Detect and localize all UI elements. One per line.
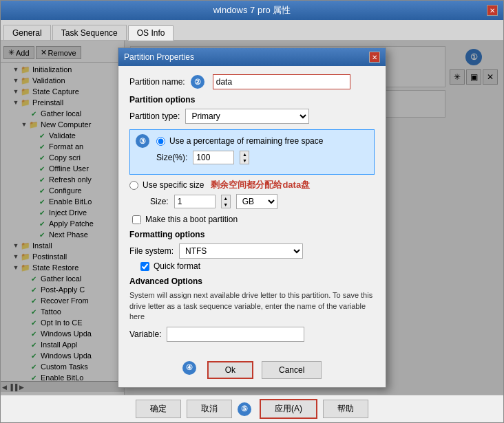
dialog-body: Partition name: ② Partition options Part…: [118, 66, 386, 355]
partition-type-row: Partition type: Primary Extended Logical: [129, 109, 375, 124]
radio-percentage-row: ③ Use a percentage of remaining free spa…: [136, 134, 368, 148]
quick-format-row: Quick format: [140, 261, 375, 271]
spinner-down2[interactable]: ▼: [222, 202, 230, 208]
file-system-row: File system: NTFS FAT32 FAT: [129, 243, 375, 259]
tab-task-sequence[interactable]: Task Sequence: [52, 25, 127, 40]
dialog-overlay: Partition Properties ✕ Partition name: ②…: [1, 41, 503, 395]
variable-row: Variable:: [129, 327, 375, 342]
dialog-footer: ④ Ok Cancel: [118, 356, 386, 387]
dialog-title: Partition Properties: [124, 52, 194, 62]
window-title: windows 7 pro 属性: [17, 4, 487, 17]
badge-3: ③: [136, 134, 149, 148]
advanced-options-section: Advanced Options System will assign next…: [129, 276, 375, 322]
bottom-bar: 确定 取消 ⑤ 应用(A) 帮助: [1, 395, 503, 422]
size-row: Size: ▲ ▼ GB MB: [150, 194, 375, 209]
formatting-options-title: Formatting options: [129, 230, 375, 239]
spinner-down[interactable]: ▼: [240, 158, 249, 164]
partition-type-label: Partition type:: [129, 111, 180, 121]
badge-5: ⑤: [238, 402, 251, 416]
file-system-select[interactable]: NTFS FAT32 FAT: [179, 243, 303, 259]
advanced-options-title: Advanced Options: [129, 276, 375, 286]
content-area: ✳ Add ✕ Remove ▼ 📁 Initialization ▼ 📁: [1, 41, 503, 395]
quick-format-checkbox[interactable]: [140, 262, 149, 271]
badge-4: ④: [182, 361, 196, 375]
variable-input[interactable]: [167, 327, 304, 342]
tab-bar: General Task Sequence OS Info: [1, 20, 503, 41]
spinner-up[interactable]: ▲: [240, 151, 249, 158]
partition-properties-dialog: Partition Properties ✕ Partition name: ②…: [118, 47, 386, 387]
size-percent-row: Size(%): ▲ ▼: [156, 151, 368, 164]
title-bar: windows 7 pro 属性 ✕: [1, 1, 503, 20]
dialog-title-bar: Partition Properties ✕: [118, 48, 386, 66]
apply-button[interactable]: 应用(A): [260, 399, 317, 419]
partition-options-title: Partition options: [129, 95, 375, 105]
help-button[interactable]: 帮助: [323, 400, 368, 418]
size-percent-spinner[interactable]: ▲ ▼: [240, 151, 249, 164]
partition-name-label: Partition name:: [129, 77, 185, 87]
size-label: Size:: [150, 197, 169, 206]
confirm-button[interactable]: 确定: [136, 400, 181, 418]
specific-size-row: Use specific size 剩余空间都分配给data盘: [129, 179, 375, 191]
size-spinner[interactable]: ▲ ▼: [221, 195, 231, 208]
main-window: windows 7 pro 属性 ✕ General Task Sequence…: [0, 0, 504, 423]
chinese-annotation: 剩余空间都分配给data盘: [211, 179, 310, 191]
boot-partition-checkbox[interactable]: [132, 215, 141, 224]
advanced-options-text: System will assign next available drive …: [129, 290, 375, 322]
tab-general[interactable]: General: [3, 25, 51, 40]
cancel-main-button[interactable]: 取消: [187, 400, 232, 418]
radio-percentage[interactable]: [156, 137, 165, 146]
percentage-option-box: ③ Use a percentage of remaining free spa…: [129, 129, 375, 175]
size-percent-label: Size(%):: [156, 153, 187, 162]
badge-2: ②: [191, 75, 204, 89]
ok-button[interactable]: Ok: [207, 361, 253, 379]
size-unit-select[interactable]: GB MB: [236, 194, 277, 209]
size-input[interactable]: [174, 195, 216, 208]
size-percent-input[interactable]: [193, 151, 234, 164]
partition-name-row: Partition name: ②: [129, 74, 375, 89]
spinner-up2[interactable]: ▲: [222, 195, 230, 202]
partition-type-select[interactable]: Primary Extended Logical: [185, 109, 309, 124]
tab-os-info[interactable]: OS Info: [128, 25, 174, 41]
file-system-label: File system:: [129, 246, 174, 256]
boot-partition-row: Make this a boot partition: [132, 215, 375, 224]
partition-name-input[interactable]: [213, 74, 350, 89]
cancel-button[interactable]: Cancel: [262, 361, 322, 379]
quick-format-label: Quick format: [154, 261, 200, 271]
boot-partition-label: Make this a boot partition: [145, 215, 238, 224]
radio-specific-size[interactable]: [129, 181, 138, 190]
dialog-close-button[interactable]: ✕: [369, 52, 380, 63]
variable-label: Variable:: [129, 329, 161, 339]
window-close-button[interactable]: ✕: [487, 5, 498, 16]
radio-specific-size-label: Use specific size: [143, 180, 204, 190]
radio-percentage-label: Use a percentage of remaining free space: [169, 136, 323, 146]
